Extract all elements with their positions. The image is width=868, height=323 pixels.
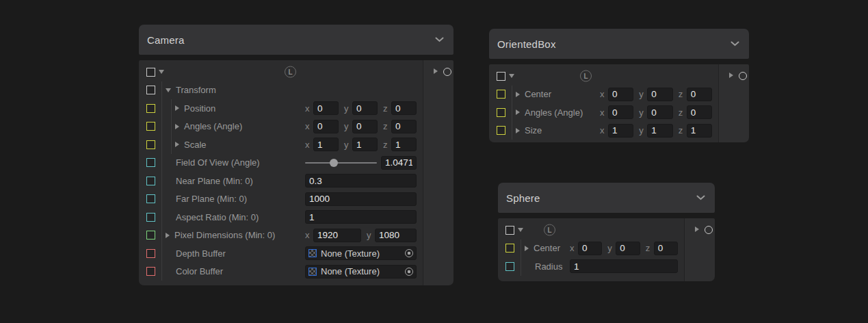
size-x-input[interactable] (608, 124, 633, 138)
port-center[interactable] (497, 90, 505, 99)
scale-y-input[interactable] (352, 138, 378, 151)
axis-x-label: x (600, 89, 606, 99)
collapse-arrow-icon[interactable] (159, 70, 164, 74)
port-field-of-view[interactable] (146, 158, 155, 167)
row-label: Angles (Angle) (184, 121, 242, 131)
position-x-input[interactable] (313, 101, 339, 115)
output-port[interactable] (443, 68, 451, 76)
object-picker-icon[interactable] (405, 249, 413, 257)
port-radius[interactable] (505, 262, 514, 271)
indent-guide-line (521, 257, 521, 276)
port-far-plane[interactable] (146, 194, 155, 203)
center-y-input[interactable] (647, 88, 672, 101)
port-aspect-ratio[interactable] (146, 213, 155, 222)
port-center[interactable] (505, 244, 514, 253)
expand-arrow-icon[interactable] (166, 233, 170, 238)
port-size[interactable] (497, 126, 505, 135)
pixel-height-input[interactable] (375, 229, 417, 242)
depth-buffer-texture-field[interactable]: None (Texture) (305, 246, 417, 260)
angles-z-input[interactable] (687, 105, 712, 119)
axis-x-label: x (305, 230, 311, 240)
size-y-input[interactable] (647, 124, 672, 138)
port-scale[interactable] (146, 140, 155, 149)
port-near-plane[interactable] (146, 177, 155, 185)
scale-x-input[interactable] (313, 138, 339, 151)
row-label: Far Plane (Min: 0) (176, 194, 247, 204)
fov-value-input[interactable] (381, 156, 417, 170)
collapse-arrow-icon[interactable] (166, 88, 171, 92)
slider-thumb[interactable] (330, 159, 338, 167)
row-transform: Transform (139, 81, 423, 100)
chevron-down-icon[interactable] (731, 41, 739, 47)
node-orientedbox-header[interactable]: OrientedBox (489, 29, 749, 59)
expand-arrow-icon[interactable] (516, 109, 520, 115)
node-orientedbox-body: L Center x y z (489, 64, 718, 142)
indent-guide-line (161, 190, 162, 209)
size-z-input[interactable] (687, 124, 712, 138)
object-picker-icon[interactable] (405, 268, 413, 276)
angles-y-input[interactable] (352, 120, 378, 133)
l-badge-icon: L (580, 70, 592, 82)
port-transform[interactable] (146, 86, 155, 94)
indent-guide-line (161, 81, 162, 100)
port-pixel-dimensions[interactable] (146, 231, 155, 240)
output-port[interactable] (739, 72, 747, 80)
axis-x-label: x (570, 243, 576, 253)
far-plane-input[interactable] (305, 192, 417, 206)
row-far-plane: Far Plane (Min: 0) (139, 190, 423, 209)
port-angles[interactable] (146, 122, 155, 131)
chevron-down-icon[interactable] (435, 37, 444, 42)
output-flow-icon (695, 227, 699, 232)
angles-x-input[interactable] (313, 120, 339, 133)
fov-slider[interactable] (305, 158, 377, 168)
output-port[interactable] (705, 226, 713, 234)
port-color-buffer[interactable] (146, 267, 155, 276)
expand-arrow-icon[interactable] (175, 124, 179, 129)
collapse-arrow-icon[interactable] (509, 74, 514, 78)
axis-y-label: y (607, 243, 614, 253)
position-z-input[interactable] (391, 101, 417, 115)
port-position[interactable] (146, 104, 155, 113)
axis-x-label: x (600, 125, 606, 135)
collapse-arrow-icon[interactable] (518, 228, 523, 232)
center-x-input[interactable] (608, 88, 633, 101)
center-z-input[interactable] (687, 88, 712, 101)
center-x-input[interactable] (578, 242, 602, 255)
axis-x-label: x (305, 121, 311, 131)
center-y-input[interactable] (616, 242, 640, 255)
l-badge-icon: L (285, 66, 296, 78)
indent-guide-line (512, 103, 512, 122)
axis-y-label: y (367, 230, 373, 240)
row-position: Position x y z (139, 99, 423, 118)
port-angles[interactable] (497, 108, 505, 117)
expand-arrow-icon[interactable] (516, 92, 520, 97)
indent-guide-line (161, 244, 162, 263)
color-buffer-texture-field[interactable]: None (Texture) (305, 265, 417, 279)
aspect-ratio-input[interactable] (305, 210, 417, 224)
expand-arrow-icon[interactable] (525, 246, 529, 251)
near-plane-input[interactable] (305, 174, 417, 188)
input-port[interactable] (505, 226, 514, 235)
axis-z-label: z (679, 89, 685, 99)
axis-y-label: y (344, 103, 350, 114)
input-port[interactable] (146, 68, 155, 77)
node-sphere-header[interactable]: Sphere (498, 183, 715, 213)
port-depth-buffer[interactable] (146, 249, 155, 258)
angles-x-input[interactable] (608, 105, 633, 119)
node-camera: Camera L Transform Posit (139, 25, 453, 285)
expand-arrow-icon[interactable] (175, 142, 179, 147)
scale-z-input[interactable] (391, 138, 417, 151)
row-label: Near Plane (Min: 0) (176, 176, 253, 186)
expand-arrow-icon[interactable] (175, 105, 179, 111)
pixel-width-input[interactable] (313, 229, 361, 242)
expand-arrow-icon[interactable] (516, 128, 520, 133)
node-sphere: Sphere L Center x y (498, 183, 715, 281)
node-camera-header[interactable]: Camera (139, 25, 453, 55)
angles-z-input[interactable] (391, 120, 417, 133)
angles-y-input[interactable] (647, 105, 672, 119)
center-z-input[interactable] (654, 242, 678, 255)
position-y-input[interactable] (352, 101, 378, 115)
radius-input[interactable] (570, 259, 678, 273)
chevron-down-icon[interactable] (696, 195, 705, 201)
input-port[interactable] (497, 72, 505, 81)
